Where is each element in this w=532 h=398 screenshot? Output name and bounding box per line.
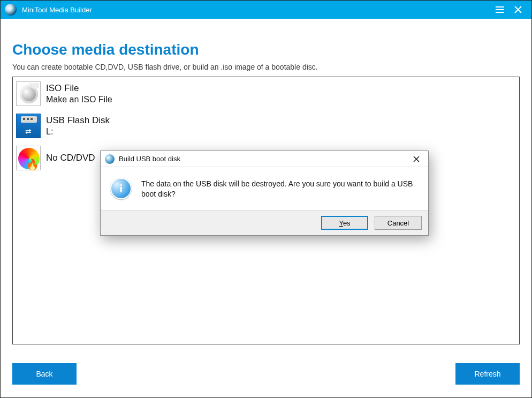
- app-logo-icon: [5, 4, 17, 16]
- option-subtitle: L:: [46, 126, 110, 137]
- yes-button[interactable]: Yes: [321, 216, 368, 230]
- menu-button[interactable]: [491, 1, 509, 19]
- close-icon: [514, 6, 522, 13]
- option-iso-file[interactable]: ISO File Make an ISO File: [16, 80, 516, 112]
- option-subtitle: Make an ISO File: [46, 94, 112, 105]
- refresh-button[interactable]: Refresh: [455, 363, 520, 385]
- close-icon: [413, 156, 420, 162]
- titlebar: MiniTool Media Builder: [1, 1, 531, 19]
- page-subtitle: You can create bootable CD,DVD, USB flas…: [12, 63, 520, 71]
- dialog-body: i The data on the USB disk will be destr…: [101, 167, 428, 210]
- back-button[interactable]: Back: [12, 363, 77, 385]
- usb-disk-icon: [16, 114, 41, 138]
- dialog-button-row: Yes Cancel: [101, 210, 428, 235]
- dialog-close-button[interactable]: [409, 153, 424, 166]
- footer: Back Refresh: [1, 356, 531, 397]
- option-title: ISO File: [46, 82, 112, 94]
- confirm-dialog: Build USB boot disk i The data on the US…: [100, 151, 429, 236]
- cancel-button[interactable]: Cancel: [375, 216, 422, 230]
- app-window: MiniTool Media Builder Choose media dest…: [0, 0, 532, 398]
- dialog-titlebar: Build USB boot disk: [101, 151, 428, 167]
- option-title: No CD/DVD: [46, 152, 95, 163]
- option-title: USB Flash Disk: [46, 115, 110, 126]
- dialog-title: Build USB boot disk: [119, 155, 409, 163]
- dialog-logo-icon: [105, 154, 115, 164]
- no-cd-dvd-icon: [16, 146, 41, 170]
- hamburger-icon: [496, 6, 504, 13]
- yes-accelerator: Y: [339, 219, 343, 227]
- dialog-message: The data on the USB disk will be destroy…: [141, 178, 419, 199]
- page-title: Choose media destination: [12, 41, 520, 58]
- info-icon: i: [110, 178, 132, 199]
- window-close-button[interactable]: [509, 1, 527, 19]
- option-usb-flash-disk[interactable]: USB Flash Disk L:: [16, 112, 516, 145]
- cancel-label: Cancel: [387, 219, 409, 227]
- app-title: MiniTool Media Builder: [22, 6, 92, 14]
- yes-label-rest: es: [343, 219, 351, 227]
- iso-file-icon: [16, 81, 41, 106]
